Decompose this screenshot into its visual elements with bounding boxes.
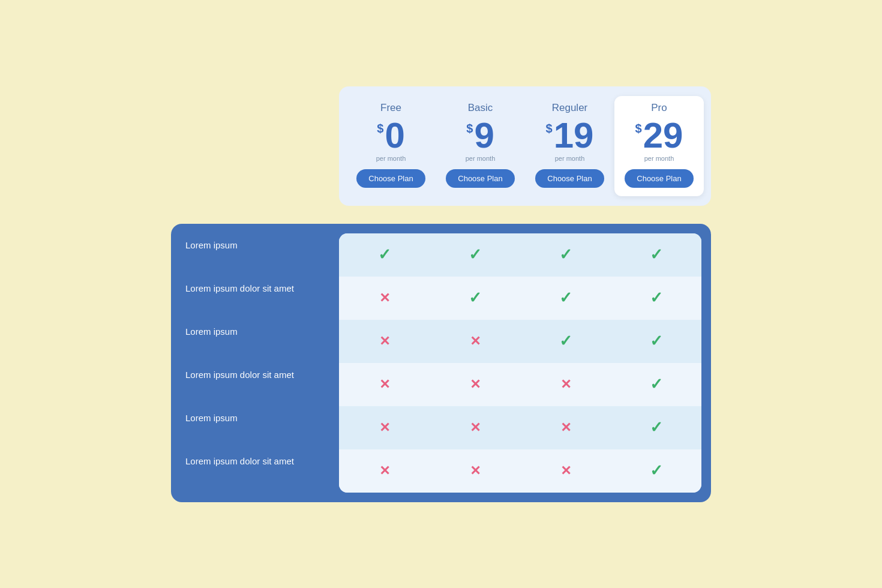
feature-cell-4-2: ✕ [520,420,611,436]
plan-price-free: $ 0 [351,118,431,154]
feature-cell-2-1: ✕ [430,334,520,349]
plan-card-pro: Pro $ 29 per month Choose Plan [614,96,704,196]
plan-dollar-basic: $ [466,122,473,134]
cross-icon: ✕ [470,334,481,349]
feature-cell-5-0: ✕ [339,463,430,479]
feature-cell-5-2: ✕ [520,463,611,479]
feature-name-row-3: Lorem ipsum dolor sit amet [185,353,339,397]
cross-icon: ✕ [379,463,390,479]
feature-cell-3-3: ✓ [611,375,701,394]
plan-dollar-free: $ [377,122,383,134]
plan-price-reguler: $ 19 [530,118,610,154]
feature-cell-0-2: ✓ [520,245,611,264]
choose-plan-button-basic[interactable]: Choose Plan [446,169,514,188]
cross-icon: ✕ [560,420,571,436]
check-icon: ✓ [650,418,663,437]
cross-icon: ✕ [379,420,390,436]
feature-cell-2-3: ✓ [611,332,701,350]
feature-values-row-3: ✕✕✕✓ [339,363,701,406]
feature-values-row-4: ✕✕✕✓ [339,406,701,449]
feature-cell-4-1: ✕ [430,420,520,436]
feature-cell-0-1: ✓ [430,245,520,264]
choose-plan-button-reguler[interactable]: Choose Plan [535,169,604,188]
feature-cell-3-0: ✕ [339,377,430,392]
plan-dollar-pro: $ [635,122,642,134]
feature-values-row-1: ✕✓✓✓ [339,277,701,320]
cross-icon: ✕ [379,334,390,349]
plan-period-reguler: per month [530,155,610,162]
plans-header: Free $ 0 per month Choose Plan Basic $ 9… [339,86,711,206]
check-icon: ✓ [559,245,572,264]
plan-period-pro: per month [619,155,699,162]
feature-cell-5-1: ✕ [430,463,520,479]
plan-card-basic: Basic $ 9 per month Choose Plan [436,96,525,196]
check-icon: ✓ [469,289,482,307]
feature-values-row-0: ✓✓✓✓ [339,233,701,277]
feature-name-row-4: Lorem ipsum [185,397,339,440]
feature-values-row-5: ✕✕✕✓ [339,449,701,493]
feature-cell-1-3: ✓ [611,289,701,307]
plan-price-pro: $ 29 [619,118,699,154]
check-icon: ✓ [650,375,663,394]
plan-amount-reguler: 19 [554,118,594,154]
plan-period-basic: per month [440,155,520,162]
choose-plan-button-pro[interactable]: Choose Plan [625,169,693,188]
check-icon: ✓ [650,245,663,264]
plan-price-basic: $ 9 [440,118,520,154]
features-label-section [171,194,339,206]
check-icon: ✓ [378,245,391,264]
feature-names-column: Lorem ipsumLorem ipsum dolor sit ametLor… [171,224,339,493]
plan-dollar-reguler: $ [546,122,553,134]
check-icon: ✓ [650,332,663,350]
feature-cell-0-3: ✓ [611,245,701,264]
cross-icon: ✕ [560,377,571,392]
feature-cell-5-3: ✓ [611,461,701,480]
cross-icon: ✕ [379,377,390,392]
feature-cell-3-1: ✕ [430,377,520,392]
plan-card-free: Free $ 0 per month Choose Plan [346,96,436,196]
feature-cell-4-3: ✓ [611,418,701,437]
feature-cell-3-2: ✕ [520,377,611,392]
plan-amount-pro: 29 [643,118,683,154]
plan-name-free: Free [351,102,431,114]
pricing-header: Free $ 0 per month Choose Plan Basic $ 9… [171,86,711,206]
check-icon: ✓ [559,332,572,350]
feature-cell-1-1: ✓ [430,289,520,307]
plan-name-pro: Pro [619,102,699,114]
plan-period-free: per month [351,155,431,162]
features-table: Lorem ipsumLorem ipsum dolor sit ametLor… [171,224,711,502]
cross-icon: ✕ [379,290,390,306]
feature-values-grid: ✓✓✓✓✕✓✓✓✕✕✓✓✕✕✕✓✕✕✕✓✕✕✕✓ [339,233,701,493]
cross-icon: ✕ [470,463,481,479]
plan-amount-basic: 9 [474,118,494,154]
check-icon: ✓ [650,289,663,307]
feature-cell-1-2: ✓ [520,289,611,307]
table-inner: Lorem ipsumLorem ipsum dolor sit ametLor… [171,224,711,493]
cross-icon: ✕ [470,377,481,392]
cross-icon: ✕ [560,463,571,479]
cross-icon: ✕ [470,420,481,436]
feature-cell-0-0: ✓ [339,245,430,264]
pricing-container: Free $ 0 per month Choose Plan Basic $ 9… [171,86,711,502]
feature-name-row-2: Lorem ipsum [185,310,339,353]
plan-name-reguler: Reguler [530,102,610,114]
feature-cell-2-0: ✕ [339,334,430,349]
feature-name-row-5: Lorem ipsum dolor sit amet [185,440,339,483]
feature-name-row-0: Lorem ipsum [185,224,339,267]
check-icon: ✓ [469,245,482,264]
plan-name-basic: Basic [440,102,520,114]
feature-cell-2-2: ✓ [520,332,611,350]
feature-cell-1-0: ✕ [339,290,430,306]
plan-amount-free: 0 [385,118,404,154]
plan-card-reguler: Reguler $ 19 per month Choose Plan [525,96,614,196]
feature-name-row-1: Lorem ipsum dolor sit amet [185,267,339,310]
check-icon: ✓ [559,289,572,307]
feature-values-row-2: ✕✕✓✓ [339,320,701,363]
choose-plan-button-free[interactable]: Choose Plan [356,169,425,188]
feature-cell-4-0: ✕ [339,420,430,436]
check-icon: ✓ [650,461,663,480]
